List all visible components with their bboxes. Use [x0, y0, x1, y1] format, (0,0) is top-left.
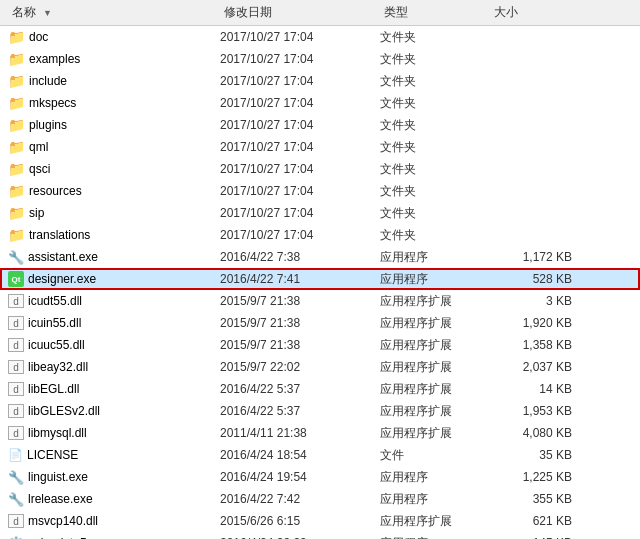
cell-type: 应用程序: [380, 491, 490, 508]
table-row[interactable]: 🔧 lrelease.exe 2016/4/22 7:42 应用程序 355 K…: [0, 488, 640, 510]
col-header-name[interactable]: 名称 ▼: [4, 4, 224, 21]
cell-type: 应用程序扩展: [380, 425, 490, 442]
cell-name: 📁 include: [0, 74, 220, 88]
cell-type: 应用程序扩展: [380, 293, 490, 310]
table-row[interactable]: d icudt55.dll 2015/9/7 21:38 应用程序扩展 3 KB: [0, 290, 640, 312]
cell-name: 📁 mkspecs: [0, 96, 220, 110]
table-row[interactable]: 📁 plugins 2017/10/27 17:04 文件夹: [0, 114, 640, 136]
table-row[interactable]: d msvcp140.dll 2015/6/26 6:15 应用程序扩展 621…: [0, 510, 640, 532]
table-row[interactable]: d libGLESv2.dll 2016/4/22 5:37 应用程序扩展 1,…: [0, 400, 640, 422]
file-name: plugins: [29, 118, 67, 132]
folder-icon: 📁: [8, 30, 25, 44]
folder-icon: 📁: [8, 96, 25, 110]
file-name: mkspecs: [29, 96, 76, 110]
table-row[interactable]: 📁 mkspecs 2017/10/27 17:04 文件夹: [0, 92, 640, 114]
cell-type: 应用程序: [380, 249, 490, 266]
cell-type: 文件夹: [380, 117, 490, 134]
column-headers[interactable]: 名称 ▼ 修改日期 类型 大小: [0, 0, 640, 26]
table-row[interactable]: 📁 examples 2017/10/27 17:04 文件夹: [0, 48, 640, 70]
folder-icon: 📁: [8, 162, 25, 176]
cell-type: 文件夹: [380, 161, 490, 178]
table-row[interactable]: 📁 include 2017/10/27 17:04 文件夹: [0, 70, 640, 92]
cell-date: 2011/4/11 21:38: [220, 426, 380, 440]
folder-icon: 📁: [8, 184, 25, 198]
folder-icon: 📁: [8, 52, 25, 66]
file-name: libGLESv2.dll: [28, 404, 100, 418]
cell-name: d libEGL.dll: [0, 382, 220, 396]
cell-name: 📁 plugins: [0, 118, 220, 132]
file-name: translations: [29, 228, 90, 242]
cell-date: 2017/10/27 17:04: [220, 206, 380, 220]
cell-name: d libmysql.dll: [0, 426, 220, 440]
cell-type: 文件夹: [380, 29, 490, 46]
file-name: qsci: [29, 162, 50, 176]
file-name: examples: [29, 52, 80, 66]
folder-icon: 📁: [8, 228, 25, 242]
table-row[interactable]: d libEGL.dll 2016/4/22 5:37 应用程序扩展 14 KB: [0, 378, 640, 400]
exe-icon: 🔧: [8, 250, 24, 265]
cell-size: 4,080 KB: [490, 426, 580, 440]
col-header-type[interactable]: 类型: [384, 4, 494, 21]
cell-size: 1,358 KB: [490, 338, 580, 352]
cell-name: 🔧 linguist.exe: [0, 470, 220, 485]
cell-type: 应用程序: [380, 271, 490, 288]
table-row[interactable]: 📁 qml 2017/10/27 17:04 文件夹: [0, 136, 640, 158]
cell-date: 2016/4/24 18:54: [220, 448, 380, 462]
table-row[interactable]: d icuuc55.dll 2015/9/7 21:38 应用程序扩展 1,35…: [0, 334, 640, 356]
table-row[interactable]: 📄 LICENSE 2016/4/24 18:54 文件 35 KB: [0, 444, 640, 466]
cell-name: 📄 LICENSE: [0, 448, 220, 462]
table-row[interactable]: 📁 sip 2017/10/27 17:04 文件夹: [0, 202, 640, 224]
cell-type: 应用程序扩展: [380, 381, 490, 398]
cell-type: 应用程序扩展: [380, 513, 490, 530]
dll-icon: d: [8, 382, 24, 396]
cell-size: 1,172 KB: [490, 250, 580, 264]
cell-size: 35 KB: [490, 448, 580, 462]
cell-name: 🔧 lrelease.exe: [0, 492, 220, 507]
table-row[interactable]: 📁 translations 2017/10/27 17:04 文件夹: [0, 224, 640, 246]
cell-date: 2017/10/27 17:04: [220, 74, 380, 88]
cell-date: 2016/4/22 5:37: [220, 404, 380, 418]
cell-type: 文件夹: [380, 205, 490, 222]
table-row[interactable]: ⚙️ pylupdate5.exe 2016/4/24 20:29 应用程序 1…: [0, 532, 640, 539]
dll-icon: d: [8, 338, 24, 352]
file-list[interactable]: 📁 doc 2017/10/27 17:04 文件夹 📁 examples 20…: [0, 26, 640, 539]
file-name: assistant.exe: [28, 250, 98, 264]
table-row[interactable]: d icuin55.dll 2015/9/7 21:38 应用程序扩展 1,92…: [0, 312, 640, 334]
cell-type: 应用程序扩展: [380, 337, 490, 354]
col-header-size[interactable]: 大小: [494, 4, 584, 21]
table-row[interactable]: 📁 qsci 2017/10/27 17:04 文件夹: [0, 158, 640, 180]
file-name: icuin55.dll: [28, 316, 81, 330]
cell-name: 📁 qml: [0, 140, 220, 154]
table-row[interactable]: d libeay32.dll 2015/9/7 22:02 应用程序扩展 2,0…: [0, 356, 640, 378]
cell-type: 文件夹: [380, 95, 490, 112]
file-name: doc: [29, 30, 48, 44]
dll-icon: d: [8, 404, 24, 418]
cell-type: 文件夹: [380, 51, 490, 68]
col-name-label: 名称: [12, 4, 36, 21]
cell-type: 文件夹: [380, 183, 490, 200]
folder-icon: 📁: [8, 140, 25, 154]
table-row[interactable]: 📁 doc 2017/10/27 17:04 文件夹: [0, 26, 640, 48]
cell-date: 2017/10/27 17:04: [220, 228, 380, 242]
cell-name: d libeay32.dll: [0, 360, 220, 374]
cell-size: 1,225 KB: [490, 470, 580, 484]
cell-name: 📁 qsci: [0, 162, 220, 176]
file-name: resources: [29, 184, 82, 198]
cell-type: 应用程序扩展: [380, 359, 490, 376]
cell-date: 2015/9/7 21:38: [220, 294, 380, 308]
exe-icon: ⚙️: [8, 536, 24, 540]
exe-icon: 🔧: [8, 470, 24, 485]
cell-type: 应用程序: [380, 469, 490, 486]
table-row[interactable]: d libmysql.dll 2011/4/11 21:38 应用程序扩展 4,…: [0, 422, 640, 444]
sort-arrow-name: ▼: [43, 8, 52, 18]
table-row[interactable]: 🔧 linguist.exe 2016/4/24 19:54 应用程序 1,22…: [0, 466, 640, 488]
folder-icon: 📁: [8, 74, 25, 88]
table-row[interactable]: 📁 resources 2017/10/27 17:04 文件夹: [0, 180, 640, 202]
col-header-date[interactable]: 修改日期: [224, 4, 384, 21]
designer-icon: Qt: [8, 271, 24, 287]
file-name: lrelease.exe: [28, 492, 93, 506]
cell-date: 2015/9/7 22:02: [220, 360, 380, 374]
table-row[interactable]: 🔧 assistant.exe 2016/4/22 7:38 应用程序 1,17…: [0, 246, 640, 268]
file-explorer: 名称 ▼ 修改日期 类型 大小 📁 doc 2017/10/27 17:04 文…: [0, 0, 640, 539]
table-row[interactable]: Qt designer.exe 2016/4/22 7:41 应用程序 528 …: [0, 268, 640, 290]
